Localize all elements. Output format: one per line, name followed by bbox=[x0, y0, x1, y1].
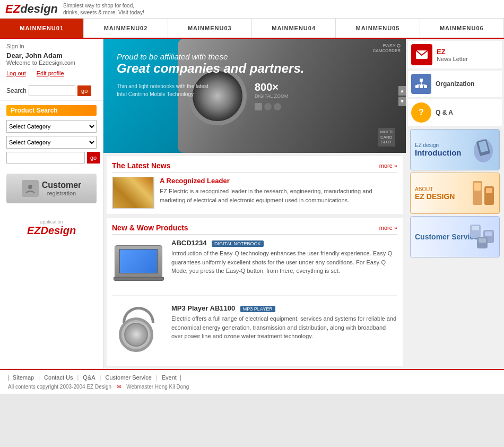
logo-text: EZdesign bbox=[5, 2, 58, 16]
footer-webmaster: Webmaster Hong Kil Dong bbox=[126, 384, 189, 390]
footer-nav: | Sitemap | Contact Us | Q&A | Customer … bbox=[8, 374, 496, 381]
logo-design: design bbox=[20, 2, 58, 15]
sidebar-footer-logo: application EZDesign bbox=[0, 209, 103, 242]
search-go-button[interactable]: go bbox=[77, 85, 91, 96]
org-text: Organization bbox=[436, 80, 474, 88]
banner-next[interactable]: ▼ bbox=[398, 97, 406, 106]
promo-about-text: ABOUT EZ DESIGN bbox=[415, 186, 455, 201]
promo-intro-text: EZ design Introduction bbox=[415, 142, 461, 157]
svg-rect-4 bbox=[420, 85, 423, 88]
category-select-1[interactable]: Select Category bbox=[6, 120, 97, 133]
svg-rect-20 bbox=[479, 238, 486, 243]
product-info-2: MP3 Player AB1100 MP3 PLAYER Electric of… bbox=[171, 304, 397, 352]
products-more-link[interactable]: more » bbox=[379, 225, 397, 231]
product-thumb-2 bbox=[112, 304, 165, 352]
news-section: The Latest News more » A Recognized Lead… bbox=[107, 156, 403, 214]
footer: | Sitemap | Contact Us | Q&A | Customer … bbox=[0, 369, 504, 394]
footer-sitemap[interactable]: Sitemap bbox=[13, 374, 34, 381]
footer-logo-name: EZDesign bbox=[5, 225, 98, 237]
search-input[interactable] bbox=[29, 85, 75, 96]
product-desc-2: Electric offers a full range of electric… bbox=[171, 314, 397, 341]
ps-search-input[interactable] bbox=[6, 152, 85, 164]
product-thumb-1 bbox=[112, 239, 165, 287]
product-tag-1: DIGITAL NOTEBOOK bbox=[212, 240, 264, 247]
products-title-accent: Products bbox=[156, 224, 188, 232]
sep4: | bbox=[156, 374, 158, 381]
org-icon[interactable] bbox=[411, 74, 431, 94]
product-name-1: ABCD1234 DIGITAL NOTEBOOK bbox=[171, 239, 397, 247]
customer-reg-icon bbox=[22, 180, 39, 197]
user-name: Dear, John Adam bbox=[6, 51, 97, 59]
news-content: A Recognized Leader EZ Electric is a rec… bbox=[160, 177, 397, 209]
promo-service-img bbox=[467, 222, 497, 253]
footer-event[interactable]: Event bbox=[162, 374, 177, 381]
products-title: New & Wow Products bbox=[112, 224, 188, 232]
nav-item-5[interactable]: MAINMENU05 bbox=[336, 19, 420, 38]
product-search-title: Product Search bbox=[6, 105, 97, 116]
newsletter-text: EZ News Letter bbox=[437, 48, 468, 62]
product-search-block: Product Search Select Category Select Ca… bbox=[0, 101, 103, 168]
content-area: The Latest News more » A Recognized Lead… bbox=[103, 153, 406, 369]
category-select-2[interactable]: Select Category bbox=[6, 136, 97, 149]
logo: EZdesign Simplest way to shop for food, … bbox=[5, 2, 144, 16]
banner-line3: Thin and light notebooks with the latest… bbox=[117, 82, 304, 98]
mid-section: Sign in Dear, John Adam Welcome to Ezdes… bbox=[0, 39, 504, 369]
banner-line2: Great companies and partners. bbox=[117, 61, 304, 76]
qa-icon[interactable]: ? bbox=[411, 102, 431, 123]
news-header: The Latest News more » bbox=[112, 161, 397, 173]
promo-service[interactable]: Customer Service bbox=[410, 216, 500, 257]
product-name-2: MP3 Player AB1100 MP3 PLAYER bbox=[171, 304, 397, 312]
products-header: New & Wow Products more » bbox=[112, 224, 397, 235]
ps-go-button[interactable]: go bbox=[87, 152, 100, 164]
signin-links: Log out Edit profile bbox=[6, 70, 97, 76]
newsletter-block: EZ News Letter bbox=[408, 41, 502, 68]
nav-item-4[interactable]: MAINMENU04 bbox=[252, 19, 336, 38]
product-info-1: ABCD1234 DIGITAL NOTEBOOK Introduction o… bbox=[171, 239, 397, 287]
customer-reg-title: Customer bbox=[42, 180, 82, 190]
newsletter-icon[interactable] bbox=[411, 44, 432, 65]
footer-qa[interactable]: Q&A bbox=[83, 374, 95, 381]
right-sidebar: EZ News Letter Organization ? Q & A EZ d… bbox=[406, 39, 504, 369]
footer-copy-row: All contents copyright 2003-2004 EZ Desi… bbox=[8, 384, 496, 390]
product-desc-1: Introduction of the Easy-Q technology en… bbox=[171, 249, 397, 276]
camera-multi: MULTICARDSLOT bbox=[378, 128, 395, 147]
sep1: | bbox=[38, 374, 40, 381]
product-item-2: MP3 Player AB1100 MP3 PLAYER Electric of… bbox=[112, 304, 397, 360]
promo-intro[interactable]: EZ design Introduction bbox=[410, 129, 500, 170]
search-label: Search bbox=[6, 87, 27, 94]
logo-ez: EZ bbox=[5, 2, 20, 15]
nav-item-2[interactable]: MAINMENU02 bbox=[84, 19, 168, 38]
nav-item-1[interactable]: MAINMENU01 bbox=[0, 19, 84, 38]
footer-contact[interactable]: Contact Us bbox=[44, 374, 73, 381]
banner-prev[interactable]: ▲ bbox=[398, 86, 406, 96]
search-block: Search go bbox=[0, 81, 103, 101]
footer-logo-pre: application bbox=[5, 219, 98, 225]
banner-line1: Proud to be affiliated with these bbox=[117, 52, 304, 61]
product-item-1: ABCD1234 DIGITAL NOTEBOOK Introduction o… bbox=[112, 239, 397, 296]
ps-search-row: go bbox=[6, 152, 97, 164]
product-tag-2: MP3 PLAYER bbox=[240, 306, 275, 312]
qa-block: ? Q & A bbox=[408, 99, 502, 126]
promo-about[interactable]: ABOUT EZ DESIGN bbox=[410, 173, 500, 214]
customer-reg-sub: registration bbox=[42, 190, 82, 196]
svg-rect-14 bbox=[486, 188, 492, 193]
news-thumbnail bbox=[112, 177, 154, 209]
org-block: Organization bbox=[408, 71, 502, 97]
news-title: The Latest News bbox=[112, 161, 170, 170]
promo-about-img bbox=[470, 178, 497, 209]
edit-profile-link[interactable]: Edit profile bbox=[37, 70, 64, 76]
customer-registration[interactable]: Customer registration bbox=[6, 174, 97, 203]
logout-link[interactable]: Log out bbox=[6, 70, 26, 76]
news-more-link[interactable]: more » bbox=[379, 162, 397, 169]
svg-rect-5 bbox=[424, 85, 427, 88]
svg-rect-16 bbox=[472, 226, 479, 230]
svg-rect-18 bbox=[485, 231, 492, 236]
signin-title: Sign in bbox=[6, 43, 97, 49]
footer-service[interactable]: Customer Service bbox=[105, 374, 151, 381]
tagline: Simplest way to shop for food, drinks, s… bbox=[63, 2, 144, 16]
center-column: Proud to be affiliated with these Great … bbox=[103, 39, 406, 369]
signin-block: Sign in Dear, John Adam Welcome to Ezdes… bbox=[0, 39, 103, 81]
nav-item-6[interactable]: MAINMENU06 bbox=[420, 19, 504, 38]
sep3: | bbox=[100, 374, 101, 381]
nav-item-3[interactable]: MAINMENU03 bbox=[168, 19, 252, 38]
